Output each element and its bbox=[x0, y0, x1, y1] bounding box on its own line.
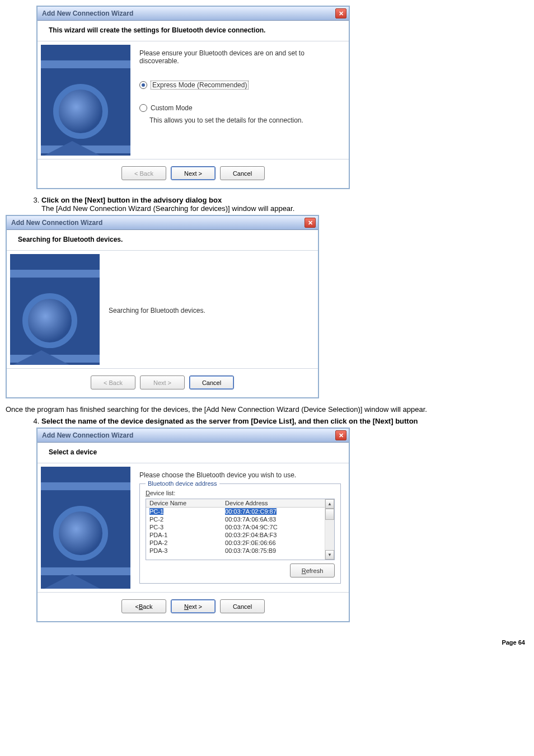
device-address: 00:03:2F:04:BA:F3 bbox=[225, 532, 277, 538]
step-text: The [Add New Connection Wizard (Searchin… bbox=[41, 204, 528, 213]
col-header-address: Device Address bbox=[225, 500, 321, 506]
radio-custom-mode[interactable]: Custom Mode bbox=[139, 104, 341, 112]
button-row: < Back Next > Cancel bbox=[7, 368, 318, 397]
device-address: 00:03:2F:0E:06:66 bbox=[225, 539, 276, 546]
wizard-dialog-select-device: Add New Connection Wizard ✕ Select a dev… bbox=[36, 428, 350, 622]
device-row[interactable]: PDA-2 00:03:2F:0E:06:66 bbox=[146, 539, 325, 547]
device-row[interactable]: PC-1 00:03:7A:02:C9:87 bbox=[146, 508, 325, 515]
radio-icon bbox=[139, 104, 147, 112]
device-address: 00:03:7A:08:75:B9 bbox=[225, 547, 276, 554]
dialog-content: Please ensure your Bluetooth devices are… bbox=[130, 41, 349, 159]
dialog-heading: This wizard will create the settings for… bbox=[49, 26, 338, 34]
wizard-dialog-searching: Add New Connection Wizard ✕ Searching fo… bbox=[6, 215, 319, 398]
device-listbox[interactable]: Device Name Device Address PC-1 00:03:7A… bbox=[146, 499, 335, 560]
device-address-group: Bluetooth device address Device list: De… bbox=[139, 483, 341, 584]
dialog-content: Searching for Bluetooth devices. bbox=[100, 251, 318, 368]
device-name: PC-1 bbox=[149, 508, 163, 515]
device-row[interactable]: PDA-1 00:03:2F:04:BA:F3 bbox=[146, 531, 325, 539]
device-address: 00:03:7A:04:9C:7C bbox=[225, 524, 278, 530]
device-name: PDA-2 bbox=[149, 539, 167, 546]
close-icon[interactable]: ✕ bbox=[335, 8, 346, 18]
device-list-label: Device list: bbox=[146, 490, 335, 496]
dialog-body: Please ensure your Bluetooth devices are… bbox=[38, 41, 349, 159]
list-content: Device Name Device Address PC-1 00:03:7A… bbox=[146, 499, 325, 560]
step-3: Click on the [Next] button in the adviso… bbox=[41, 196, 528, 213]
body-paragraph: Once the program has finished searching … bbox=[6, 405, 528, 414]
wizard-graphic bbox=[41, 45, 130, 156]
dialog-heading: Searching for Bluetooth devices. bbox=[18, 236, 307, 243]
window-title: Add New Connection Wizard bbox=[40, 431, 133, 439]
wizard-dialog-intro: Add New Connection Wizard ✕ This wizard … bbox=[36, 6, 350, 189]
wizard-graphic bbox=[10, 254, 100, 365]
dialog-body: Please choose the Bluetooth device you w… bbox=[38, 463, 349, 592]
close-icon[interactable]: ✕ bbox=[305, 218, 316, 228]
radio-icon bbox=[139, 81, 147, 89]
step-list: Select the name of the device designated… bbox=[28, 417, 528, 425]
cancel-button[interactable]: Cancel bbox=[220, 599, 265, 613]
back-button: < Back bbox=[91, 375, 135, 389]
window-title: Add New Connection Wizard bbox=[40, 10, 133, 17]
device-address: 00:03:7A:02:C9:87 bbox=[225, 508, 277, 515]
button-row: < Back Next > Cancel bbox=[38, 159, 349, 188]
next-button[interactable]: Next > bbox=[171, 166, 216, 180]
step-4: Select the name of the device designated… bbox=[41, 417, 528, 425]
step-title: Click on the [Next] button in the adviso… bbox=[41, 196, 222, 204]
next-button[interactable]: Next > bbox=[171, 599, 216, 613]
dialog-header: This wizard will create the settings for… bbox=[38, 21, 349, 41]
titlebar: Add New Connection Wizard ✕ bbox=[7, 216, 318, 230]
instruction-text: Please ensure your Bluetooth devices are… bbox=[139, 49, 341, 65]
next-button: Next > bbox=[140, 375, 185, 389]
step-list: Click on the [Next] button in the adviso… bbox=[28, 196, 528, 213]
wizard-graphic bbox=[41, 467, 130, 589]
refresh-button[interactable]: Refresh bbox=[290, 564, 335, 577]
radio-express-mode[interactable]: Express Mode (Recommended) bbox=[139, 81, 341, 90]
scroll-thumb[interactable] bbox=[325, 509, 334, 520]
device-address: 00:03:7A:06:6A:83 bbox=[225, 516, 276, 523]
cancel-button[interactable]: Cancel bbox=[189, 375, 234, 389]
button-row: < Back Next > Cancel bbox=[38, 592, 349, 621]
groupbox-legend: Bluetooth device address bbox=[146, 480, 219, 487]
scrollbar[interactable]: ▲ ▼ bbox=[325, 499, 334, 560]
dialog-body: Searching for Bluetooth devices. bbox=[7, 251, 318, 368]
page-footer: Page 64 bbox=[6, 639, 528, 646]
dialog-content: Please choose the Bluetooth device you w… bbox=[130, 463, 349, 592]
scroll-down-icon[interactable]: ▼ bbox=[325, 550, 334, 560]
dialog-header: Select a device bbox=[38, 443, 349, 463]
titlebar: Add New Connection Wizard ✕ bbox=[38, 429, 349, 443]
device-name: PC-3 bbox=[149, 524, 163, 530]
radio-label: Custom Mode bbox=[151, 104, 193, 112]
searching-status: Searching for Bluetooth devices. bbox=[109, 307, 205, 314]
device-name: PDA-1 bbox=[149, 532, 167, 538]
radio-label: Express Mode (Recommended) bbox=[151, 81, 249, 90]
close-icon[interactable]: ✕ bbox=[335, 430, 346, 440]
device-row[interactable]: PDA-3 00:03:7A:08:75:B9 bbox=[146, 547, 325, 555]
window-title: Add New Connection Wizard bbox=[9, 219, 102, 227]
list-header: Device Name Device Address bbox=[146, 499, 325, 508]
titlebar: Add New Connection Wizard ✕ bbox=[38, 7, 349, 21]
device-row[interactable]: PC-2 00:03:7A:06:6A:83 bbox=[146, 515, 325, 523]
scroll-up-icon[interactable]: ▲ bbox=[325, 499, 334, 509]
instruction-text: Please choose the Bluetooth device you w… bbox=[139, 471, 341, 479]
step-title: Select the name of the device designated… bbox=[41, 417, 418, 425]
back-button: < Back bbox=[121, 166, 166, 180]
dialog-header: Searching for Bluetooth devices. bbox=[7, 230, 318, 251]
device-row[interactable]: PC-3 00:03:7A:04:9C:7C bbox=[146, 523, 325, 531]
cancel-button[interactable]: Cancel bbox=[220, 166, 265, 180]
device-name: PDA-3 bbox=[149, 547, 167, 554]
dialog-heading: Select a device bbox=[49, 448, 338, 456]
back-button[interactable]: < Back bbox=[121, 599, 166, 613]
device-name: PC-2 bbox=[149, 516, 163, 523]
custom-mode-description: This allows you to set the details for t… bbox=[149, 116, 341, 124]
col-header-name: Device Name bbox=[149, 500, 225, 506]
